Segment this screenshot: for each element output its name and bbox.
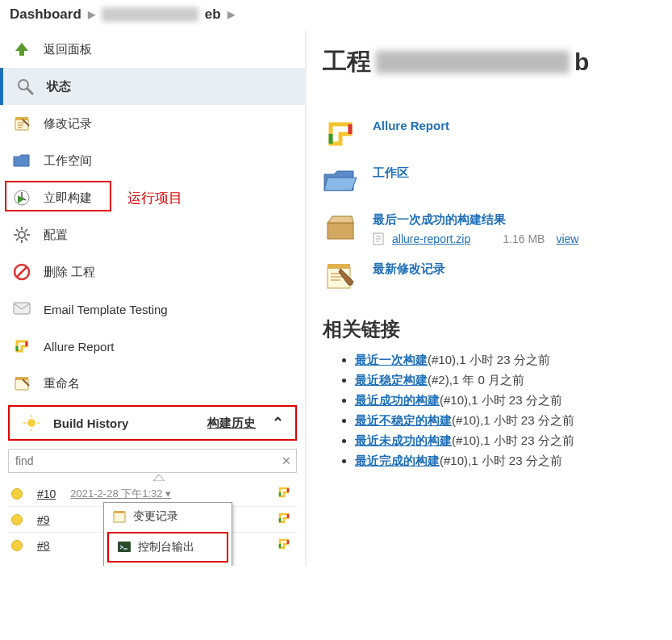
allure-icon[interactable] — [278, 512, 290, 527]
artifact-file-link[interactable]: allure-report.zip — [392, 232, 470, 245]
clock-play-icon — [11, 188, 32, 207]
sidebar-item-label: 修改记录 — [44, 116, 92, 132]
svg-line-15 — [17, 267, 27, 277]
related-link[interactable]: 最近不稳定的构建 — [355, 413, 452, 427]
menu-caret-icon — [153, 475, 165, 481]
sidebar-item-label: 状态 — [47, 79, 71, 94]
list-item: 最近不稳定的构建(#10),1 小时 23 分之前 — [355, 411, 656, 431]
folder-icon — [11, 151, 32, 170]
build-number[interactable]: #9 — [37, 513, 50, 526]
sidebar-item-allure[interactable]: Allure Report — [0, 328, 305, 365]
svg-rect-26 — [118, 542, 131, 552]
find-input[interactable] — [9, 450, 296, 472]
build-number[interactable]: #8 — [37, 539, 50, 552]
related-link[interactable]: 最近未成功的构建 — [355, 433, 452, 447]
gear-icon — [11, 225, 32, 245]
allure-icon[interactable] — [278, 486, 290, 501]
notepad-pencil-icon — [323, 261, 358, 292]
svg-rect-16 — [14, 303, 30, 314]
artifact-size: 1.16 MB — [503, 232, 545, 245]
list-item: 最近完成的构建(#10),1 小时 23 分之前 — [355, 451, 656, 471]
related-link[interactable]: 最近稳定构建 — [355, 373, 428, 387]
svg-line-10 — [16, 229, 19, 232]
folder-open-icon — [323, 165, 358, 196]
sidebar-item-configure[interactable]: 配置 — [0, 216, 305, 253]
sidebar-item-label: 工作空间 — [44, 153, 92, 169]
build-history-link[interactable]: 构建历史 — [207, 416, 256, 431]
terminal-icon — [117, 540, 131, 554]
artifact-view-link[interactable]: view — [556, 232, 578, 245]
sidebar-list: 返回面板 状态 修改记录 工作空间 — [0, 31, 305, 402]
sidebar-item-label: 重命名 — [44, 376, 80, 391]
list-item: 最近一次构建(#10),1 小时 23 分之前 — [355, 350, 656, 370]
list-item: 最近未成功的构建(#10),1 小时 23 分之前 — [355, 431, 656, 451]
last-success-link[interactable]: 最后一次成功的构建结果 — [373, 212, 506, 226]
breadcrumb: Dashboard ▶ eb ▶ — [0, 0, 672, 31]
envelope-icon — [11, 299, 32, 319]
menu-item-label: 变更记录 — [133, 509, 178, 524]
info-row-workspace: 工作区 — [323, 157, 656, 204]
sidebar-item-delete[interactable]: 删除 工程 — [0, 253, 305, 291]
sidebar-item-workspace[interactable]: 工作空间 — [0, 142, 305, 179]
list-item: 最近成功的构建(#10),1 小时 23 分之前 — [355, 391, 656, 411]
sidebar-item-build-now[interactable]: 立即构建 运行项目 — [0, 179, 305, 216]
info-row-recent-changes: 最新修改记录 — [323, 253, 656, 300]
build-history-list: #10 2021-2-28 下午1:32 ▾ 变更记录 控制台输出 — [0, 481, 305, 558]
svg-rect-25 — [114, 511, 125, 513]
info-row-last-success: 最后一次成功的构建结果 allure-report.zip 1.16 MB vi… — [323, 204, 656, 253]
related-link[interactable]: 最近一次构建 — [355, 353, 428, 366]
package-icon — [323, 212, 358, 243]
related-links-header: 相关链接 — [323, 316, 656, 342]
sidebar-item-rename[interactable]: 重命名 — [0, 365, 305, 402]
sidebar-item-label: Allure Report — [44, 340, 115, 353]
notepad-icon — [11, 114, 32, 133]
build-time[interactable]: 2021-2-28 下午1:32 ▾ — [70, 487, 171, 501]
sidebar-item-email-template[interactable]: Email Template Testing — [0, 291, 305, 328]
chevron-right-icon: ▶ — [227, 9, 235, 20]
build-context-menu: 变更记录 控制台输出 — [103, 502, 232, 566]
clear-icon[interactable]: ✕ — [282, 454, 291, 467]
sidebar-item-label: 删除 工程 — [44, 265, 95, 280]
related-link[interactable]: 最近成功的构建 — [355, 393, 440, 407]
info-list: Allure Report 工作区 最后一次成功的构建结果 allure-rep… — [323, 111, 656, 300]
menu-item-label: 控制台输出 — [138, 540, 194, 554]
status-ball-unstable-icon — [11, 514, 23, 525]
arrow-up-icon — [11, 40, 32, 59]
title-blurred — [376, 51, 570, 73]
related-links-list: 最近一次构建(#10),1 小时 23 分之前 最近稳定构建(#2),1 年 0… — [323, 350, 656, 471]
sidebar-item-status[interactable]: 状态 — [0, 68, 305, 105]
build-history-row: #10 2021-2-28 下午1:32 ▾ 变更记录 控制台输出 — [8, 481, 297, 507]
allure-icon[interactable] — [278, 538, 290, 553]
allure-report-link[interactable]: Allure Report — [373, 119, 449, 132]
svg-point-19 — [27, 419, 35, 427]
notepad-icon — [112, 509, 127, 524]
search-icon — [15, 77, 35, 96]
info-row-allure: Allure Report — [323, 111, 656, 157]
build-history-title: Build History — [53, 416, 128, 430]
svg-line-11 — [25, 238, 27, 241]
svg-rect-24 — [114, 512, 125, 522]
sidebar-item-up[interactable]: 返回面板 — [0, 31, 305, 68]
sidebar: 返回面板 状态 修改记录 工作空间 — [0, 31, 307, 566]
build-number[interactable]: #10 — [37, 487, 56, 500]
recent-changes-link[interactable]: 最新修改记录 — [373, 261, 445, 275]
sidebar-item-changes[interactable]: 修改记录 — [0, 105, 305, 142]
svg-rect-31 — [328, 264, 350, 269]
sidebar-item-label: 配置 — [44, 228, 68, 243]
chevron-right-icon: ▶ — [88, 9, 95, 20]
dropdown-caret-icon: ▾ — [165, 487, 171, 500]
chevron-up-icon: ⌃ — [272, 414, 284, 432]
svg-line-1 — [27, 89, 32, 94]
related-link[interactable]: 最近完成的构建 — [355, 454, 440, 467]
build-history-header[interactable]: Build History 构建历史 ⌃ — [8, 405, 297, 441]
breadcrumb-item-blurred — [102, 7, 198, 22]
sidebar-item-label: 返回面板 — [44, 42, 92, 57]
menu-item-changes[interactable]: 变更记录 — [104, 503, 232, 530]
breadcrumb-tail: eb — [205, 6, 221, 23]
breadcrumb-dashboard[interactable]: Dashboard — [10, 6, 81, 23]
svg-line-12 — [16, 238, 19, 241]
menu-item-console[interactable]: 控制台输出 — [107, 532, 228, 563]
workspace-link[interactable]: 工作区 — [373, 165, 409, 179]
find-wrapper: ✕ — [8, 449, 297, 473]
page-title: 工程 b — [323, 45, 656, 78]
